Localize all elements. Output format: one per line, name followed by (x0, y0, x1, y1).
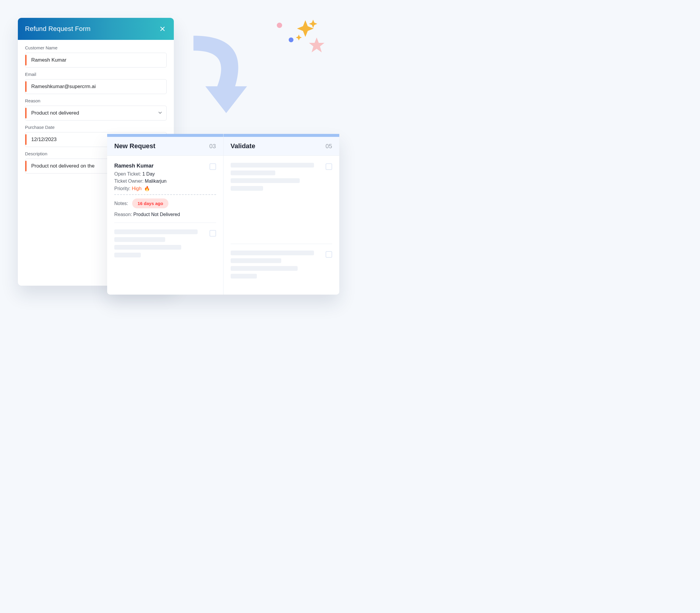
skeleton-line (114, 253, 141, 257)
form-header: Refund Request Form (18, 18, 174, 40)
ticket-checkbox[interactable] (326, 164, 332, 170)
ticket-customer-name: Ramesh Kumar (114, 163, 216, 169)
close-button[interactable] (158, 25, 167, 33)
column-header: New Request 03 (107, 137, 223, 156)
skeleton-line (231, 186, 263, 191)
customer-name-input[interactable] (31, 57, 161, 63)
email-label: Email (25, 72, 167, 77)
field-customer-name: Customer Name (25, 45, 167, 67)
column-new-request: New Request 03 Ramesh Kumar Open Ticket:… (107, 134, 223, 295)
chevron-down-icon (158, 110, 162, 116)
ticket-reason: Reason: Product Not Delivered (114, 212, 216, 217)
notes-label: Notes: (114, 201, 128, 206)
ticket-card-placeholder[interactable] (231, 244, 333, 287)
skeleton-line (231, 170, 275, 175)
form-title: Refund Request Form (25, 25, 90, 33)
reason-select[interactable]: Product not delivered (25, 106, 167, 120)
reason-label: Reason (25, 98, 167, 103)
fire-icon: 🔥 (144, 186, 150, 191)
reason-value: Product not delivered (31, 110, 154, 116)
flow-arrow-icon (182, 30, 265, 119)
ticket-owner-label: Ticket Owner: (114, 179, 145, 184)
column-count: 03 (209, 143, 216, 150)
ticket-checkbox[interactable] (209, 164, 216, 170)
decor-dot-blue (289, 38, 294, 42)
skeleton-line (231, 274, 257, 278)
column-accent (223, 134, 340, 137)
decor-dot-pink (277, 23, 282, 28)
ticket-owner-value: Malikarjun (145, 179, 167, 184)
ticket-priority-label: Priority: (114, 186, 132, 191)
email-input-wrap[interactable] (25, 79, 167, 94)
column-accent (107, 134, 223, 137)
skeleton-line (114, 230, 198, 234)
column-title: Validate (231, 142, 255, 150)
skeleton-line (231, 250, 314, 255)
skeleton-line (114, 245, 181, 250)
column-title: New Request (114, 142, 155, 150)
ticket-owner: Ticket Owner: Malikarjun (114, 179, 216, 184)
customer-name-input-wrap[interactable] (25, 53, 167, 67)
skeleton-line (231, 266, 298, 271)
canvas: Refund Request Form Customer Name Email … (0, 0, 350, 306)
ticket-reason-value: Product Not Delivered (133, 212, 180, 217)
ticket-card-placeholder[interactable] (231, 160, 333, 199)
email-input[interactable] (31, 83, 161, 90)
column-count: 05 (326, 143, 332, 150)
field-reason: Reason Product not delivered (25, 98, 167, 120)
ticket-card-placeholder[interactable] (114, 223, 216, 266)
kanban-board: New Request 03 Ramesh Kumar Open Ticket:… (107, 134, 339, 295)
close-icon (160, 26, 165, 31)
ticket-reason-label: Reason: (114, 212, 133, 217)
column-body (223, 156, 340, 295)
skeleton-line (231, 258, 282, 263)
divider (114, 194, 216, 195)
column-validate: Validate 05 (223, 134, 340, 295)
ticket-open: Open Ticket: 1 Day (114, 171, 216, 177)
customer-name-label: Customer Name (25, 45, 167, 50)
skeleton-line (231, 178, 300, 183)
skeleton-line (231, 163, 314, 168)
skeleton-line (114, 237, 165, 242)
star-icon (308, 36, 326, 55)
ticket-checkbox[interactable] (209, 230, 216, 237)
ticket-notes-row: Notes: 16 days ago (114, 198, 216, 208)
column-header: Validate 05 (223, 137, 340, 156)
purchase-date-label: Purchase Date (25, 125, 167, 130)
notes-age-pill: 16 days ago (132, 198, 168, 208)
ticket-open-value: 1 Day (142, 171, 155, 177)
ticket-open-label: Open Ticket: (114, 171, 142, 177)
column-body: Ramesh Kumar Open Ticket: 1 Day Ticket O… (107, 156, 223, 295)
field-email: Email (25, 72, 167, 94)
ticket-card[interactable]: Ramesh Kumar Open Ticket: 1 Day Ticket O… (114, 160, 216, 223)
ticket-checkbox[interactable] (326, 251, 332, 258)
ticket-priority: Priority: High 🔥 (114, 186, 216, 191)
ticket-priority-value: High (132, 186, 142, 191)
